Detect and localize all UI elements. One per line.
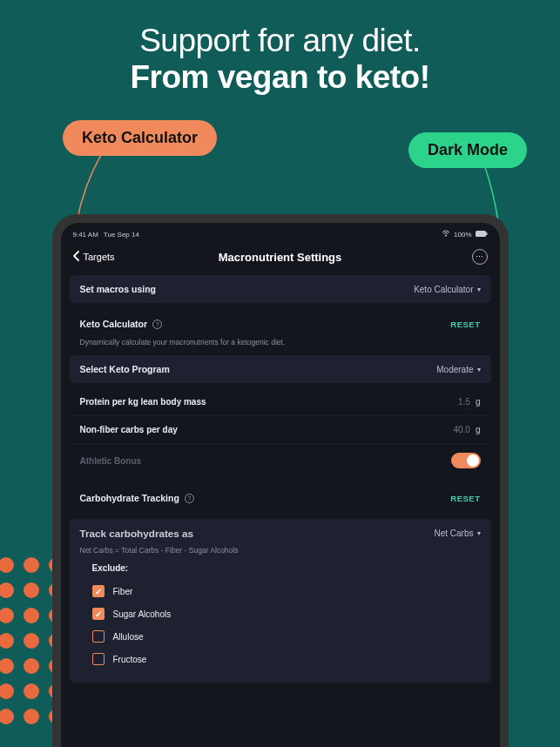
back-label: Targets (84, 252, 115, 262)
athletic-bonus-toggle[interactable] (451, 453, 481, 468)
athletic-bonus-row: Athletic Bonus (70, 444, 491, 477)
protein-label: Protein per kg lean body mass (80, 397, 206, 407)
overflow-menu-button[interactable]: ⋯ (472, 249, 488, 265)
callout-pill-darkmode: Dark Mode (408, 132, 527, 168)
hero-line2: From vegan to keto! (130, 59, 429, 95)
exclude-item-label: Fructose (113, 655, 147, 664)
exclude-item-label: Allulose (113, 632, 144, 642)
checkbox[interactable] (92, 630, 105, 643)
set-macros-card[interactable]: Set macros using Keto Calculator ▾ (70, 275, 491, 303)
status-battery: 100% (454, 231, 471, 239)
checkbox[interactable] (92, 585, 105, 597)
nonfiber-unit: g (476, 425, 481, 434)
help-icon[interactable]: ? (185, 494, 194, 503)
help-icon[interactable]: ? (152, 320, 162, 329)
callout-pill-keto: Keto Calculator (63, 120, 217, 156)
exclude-title: Exclude: (80, 563, 481, 573)
keto-calc-header: Keto Calculator ? RESET (70, 310, 491, 338)
protein-value: 1.5 (458, 397, 470, 407)
protein-row[interactable]: Protein per kg lean body mass 1.5 g (70, 388, 491, 416)
checkbox[interactable] (92, 653, 105, 665)
exclude-item[interactable]: Allulose (80, 625, 481, 648)
ellipsis-icon: ⋯ (476, 252, 484, 261)
nav-header: Targets Macronutrient Settings ⋯ (61, 244, 500, 275)
back-button[interactable]: Targets (73, 251, 115, 263)
keto-calc-reset-button[interactable]: RESET (450, 320, 480, 329)
keto-calc-subtitle: Dynamically calculate your macronutrient… (80, 338, 481, 347)
tablet-frame: 9:41 AM Tue Sep 14 100% Targets Macro (52, 214, 509, 747)
nonfiber-label: Non-fiber carbs per day (80, 425, 178, 434)
select-program-card[interactable]: Select Keto Program Moderate ▾ (70, 355, 491, 383)
svg-point-2 (445, 235, 447, 237)
athletic-bonus-label: Athletic Bonus (80, 456, 142, 466)
nonfiber-value: 40.0 (453, 425, 469, 434)
chevron-down-icon: ▾ (477, 286, 481, 293)
select-program-value: Moderate (436, 365, 473, 374)
status-date: Tue Sep 14 (104, 231, 139, 239)
svg-rect-4 (486, 232, 488, 235)
svg-rect-3 (476, 231, 486, 237)
page-title: Macronutrient Settings (219, 251, 342, 264)
select-program-select[interactable]: Moderate ▾ (436, 365, 480, 374)
exclude-item-label: Sugar Alcohols (113, 609, 172, 619)
nonfiber-row[interactable]: Non-fiber carbs per day 40.0 g (70, 416, 491, 444)
chevron-down-icon: ▾ (477, 366, 481, 374)
wifi-icon (442, 230, 450, 239)
exclude-item[interactable]: Sugar Alcohols (80, 602, 481, 625)
carb-tracking-header: Carbohydrate Tracking ? RESET (70, 484, 491, 512)
track-carbs-label: Track carbohydrates as (80, 528, 194, 539)
exclude-item[interactable]: Fructose (80, 648, 481, 670)
tablet-screen: 9:41 AM Tue Sep 14 100% Targets Macro (61, 223, 500, 747)
battery-icon (476, 231, 488, 239)
keto-calc-title: Keto Calculator (80, 319, 148, 329)
carb-reset-button[interactable]: RESET (450, 494, 480, 503)
status-time: 9:41 AM (73, 231, 98, 239)
hero-line1: Support for any diet. (139, 23, 421, 58)
exclude-item[interactable]: Fiber (80, 580, 481, 602)
set-macros-label: Set macros using (80, 284, 157, 294)
track-carbs-value: Net Carbs (434, 528, 473, 538)
chevron-left-icon (73, 251, 80, 263)
checkbox[interactable] (92, 608, 105, 620)
set-macros-value: Keto Calculator (414, 285, 473, 294)
track-carbs-card: Track carbohydrates as Net Carbs ▾ Net C… (70, 519, 491, 683)
keto-calc-subtitle-row: Dynamically calculate your macronutrient… (70, 338, 491, 355)
track-carbs-select[interactable]: Net Carbs ▾ (434, 528, 480, 538)
status-bar: 9:41 AM Tue Sep 14 100% (61, 228, 500, 244)
carb-tracking-title: Carbohydrate Tracking (80, 493, 179, 503)
net-carbs-formula: Net Carbs = Total Carbs - Fiber - Sugar … (80, 546, 481, 555)
hero-heading: Support for any diet. From vegan to keto… (0, 0, 560, 96)
exclude-item-label: Fiber (113, 587, 133, 596)
select-program-label: Select Keto Program (80, 364, 170, 374)
chevron-down-icon: ▾ (477, 529, 481, 537)
set-macros-select[interactable]: Keto Calculator ▾ (414, 285, 480, 294)
protein-unit: g (476, 397, 481, 407)
